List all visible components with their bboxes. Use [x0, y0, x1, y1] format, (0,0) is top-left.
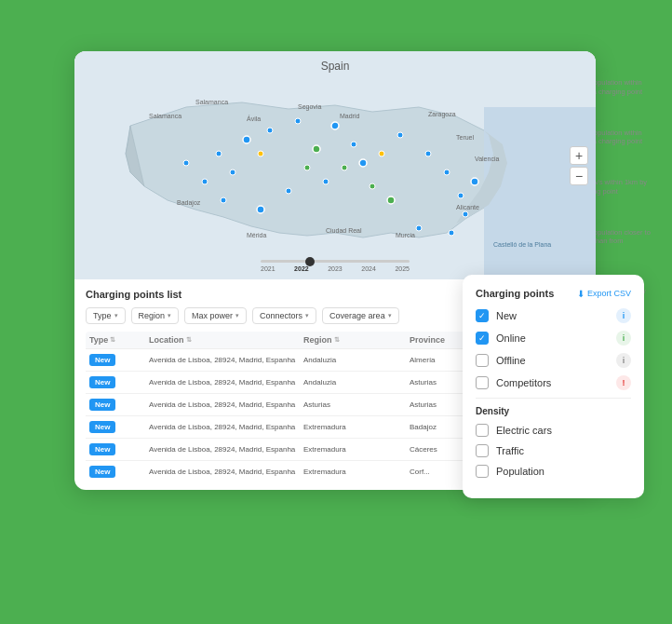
checkbox-new[interactable] — [476, 309, 489, 322]
checkbox-electric-cars[interactable] — [476, 424, 489, 437]
svg-point-17 — [425, 151, 431, 156]
filter-coverage-arrow: ▾ — [388, 312, 392, 319]
row-location: Avenida de Lisboa, 28924, Madrid, Espanh… — [149, 423, 300, 431]
checkbox-traffic[interactable] — [476, 444, 489, 457]
svg-point-5 — [331, 122, 339, 129]
svg-text:Alicante: Alicante — [456, 204, 479, 210]
badge-competitors-info: ! — [616, 375, 631, 390]
checkbox-offline[interactable] — [476, 354, 489, 367]
svg-point-7 — [359, 159, 367, 167]
row-location: Avenida de Lisboa, 28924, Madrid, Espanh… — [149, 378, 300, 387]
popup-item-traffic: Traffic — [476, 444, 631, 457]
checkbox-online[interactable] — [476, 332, 489, 345]
svg-text:Segovia: Segovia — [298, 103, 321, 111]
popup-item-competitors: Competitors ! — [476, 375, 631, 390]
filter-connectors-label: Connectors — [260, 311, 302, 320]
export-csv-button[interactable]: ⬇ Export CSV — [577, 289, 631, 299]
popup-title: Charging points — [476, 288, 554, 299]
svg-point-4 — [295, 118, 301, 124]
timeline[interactable]: 2021 2022 2023 2024 2025 — [261, 260, 410, 272]
popup-item-traffic-label: Traffic — [496, 445, 631, 456]
checkbox-population[interactable] — [476, 465, 489, 478]
row-location: Avenida de Lisboa, 28924, Madrid, Espanh… — [149, 400, 300, 409]
svg-point-2 — [243, 136, 250, 143]
svg-point-12 — [202, 179, 208, 184]
filter-max-power-label: Max power — [192, 311, 233, 320]
row-type: New — [89, 376, 145, 388]
filter-coverage[interactable]: Coverage area ▾ — [322, 307, 399, 324]
popup-item-new: New i — [476, 308, 631, 323]
col-location[interactable]: Location ⇅ — [149, 335, 300, 345]
svg-point-8 — [323, 179, 329, 184]
svg-text:Salamanca: Salamanca — [195, 99, 228, 105]
popup-item-offline-label: Offline — [496, 355, 609, 366]
popup-header: Charging points ⬇ Export CSV — [476, 288, 631, 299]
row-location: Avenida de Lisboa, 28924, Madrid, Espanh… — [149, 356, 300, 364]
svg-text:Teruel: Teruel — [456, 134, 475, 141]
svg-point-26 — [370, 183, 375, 189]
svg-point-9 — [286, 188, 291, 194]
sort-location-icon: ⇅ — [186, 336, 192, 344]
svg-point-25 — [342, 165, 347, 170]
popup-item-online: Online i — [476, 331, 631, 346]
row-location: Avenida de Lisboa, 28924, Madrid, Espanh… — [149, 445, 300, 454]
filter-region[interactable]: Region ▾ — [131, 307, 180, 324]
sort-type-icon: ⇅ — [110, 336, 115, 344]
charging-points-popup: Charging points ⬇ Export CSV New i Onlin… — [463, 275, 644, 498]
svg-text:Murcia: Murcia — [396, 232, 415, 238]
svg-point-15 — [230, 170, 235, 175]
svg-point-13 — [183, 160, 189, 166]
filter-connectors[interactable]: Connectors ▾ — [252, 307, 316, 324]
svg-text:Madrid: Madrid — [340, 113, 360, 119]
svg-text:Zaragoza: Zaragoza — [428, 111, 456, 118]
svg-point-24 — [313, 145, 320, 153]
density-title: Density — [476, 406, 631, 416]
row-region: Andaluzia — [303, 378, 406, 387]
row-type: New — [89, 354, 145, 366]
badge-offline-info: i — [616, 353, 631, 368]
svg-point-29 — [258, 151, 263, 156]
svg-point-23 — [471, 178, 478, 185]
svg-point-20 — [463, 211, 468, 217]
svg-point-30 — [379, 151, 384, 156]
checkbox-competitors[interactable] — [476, 376, 489, 389]
filter-max-power[interactable]: Max power ▾ — [184, 307, 247, 324]
svg-text:Castelló de la Plana: Castelló de la Plana — [493, 241, 551, 248]
col-type[interactable]: Type ⇅ — [89, 335, 145, 345]
row-region: Andaluzia — [303, 356, 406, 364]
filter-type[interactable]: Type ▾ — [86, 307, 126, 324]
row-region: Extremadura — [303, 468, 406, 476]
zoom-out-button[interactable]: − — [570, 167, 588, 185]
export-label: Export CSV — [587, 289, 631, 298]
popup-divider — [476, 398, 631, 399]
svg-rect-1 — [484, 107, 596, 279]
timeline-handle[interactable] — [305, 257, 315, 266]
popup-item-new-label: New — [496, 310, 609, 321]
filter-region-arrow: ▾ — [168, 312, 171, 319]
popup-item-online-label: Online — [496, 332, 609, 344]
svg-point-18 — [444, 170, 450, 175]
row-region: Extremadura — [303, 445, 406, 454]
filter-type-label: Type — [93, 311, 112, 320]
row-type: New — [89, 421, 145, 433]
row-type: New — [89, 443, 145, 455]
row-region: Extremadura — [303, 423, 406, 431]
zoom-in-button[interactable]: + — [570, 146, 588, 165]
filter-region-label: Region — [139, 311, 166, 320]
badge-new-info: i — [616, 308, 631, 323]
year-label-1: 2021 — [261, 265, 276, 272]
svg-point-21 — [449, 230, 454, 236]
year-label-2: 2022 — [294, 265, 309, 272]
timeline-labels: 2021 2022 2023 2024 2025 — [261, 265, 410, 272]
svg-text:Ávila: Ávila — [247, 115, 261, 122]
download-icon: ⬇ — [577, 289, 585, 299]
timeline-track[interactable] — [261, 260, 410, 263]
row-type: New — [89, 466, 145, 478]
svg-point-10 — [257, 206, 264, 213]
svg-point-28 — [304, 165, 310, 170]
col-region[interactable]: Region ⇅ — [303, 335, 406, 345]
popup-item-electric-cars-label: Electric cars — [496, 425, 631, 436]
popup-item-competitors-label: Competitors — [496, 377, 609, 388]
svg-text:Badajoz: Badajoz — [177, 199, 201, 207]
svg-text:Spain: Spain — [321, 60, 350, 73]
